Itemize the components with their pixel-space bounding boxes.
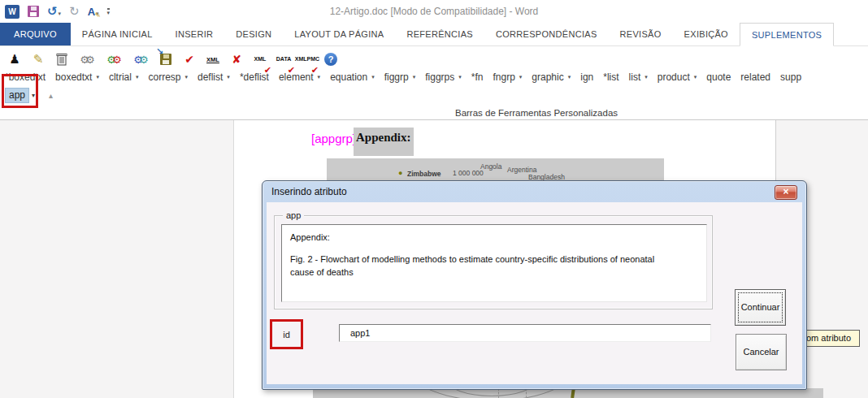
tab-referencias[interactable]: REFERÊNCIAS — [395, 23, 484, 45]
delete-x-icon[interactable]: ✘ — [228, 50, 245, 68]
element-figgrps[interactable]: figgrps▾ — [425, 71, 462, 83]
chevron-down-icon: ▾ — [227, 74, 230, 80]
figure-label: Zimbabwe — [407, 170, 441, 178]
tab-suplementos[interactable]: SUPLEMENTOS — [740, 23, 834, 46]
element-related[interactable]: related — [740, 71, 770, 83]
dialog-close-button[interactable]: × — [775, 185, 797, 200]
ribbon-tab-bar: ARQUIVO PÁGINA INICIAL INSERIR DESIGN LA… — [0, 23, 868, 46]
tab-correspondencias[interactable]: CORRESPONDÊNCIAS — [484, 23, 609, 45]
element-list[interactable]: list▾ — [629, 71, 648, 83]
tab-design[interactable]: DESIGN — [224, 23, 283, 45]
tab-exibicao[interactable]: EXIBIÇÃO — [673, 23, 740, 45]
chevron-down-icon: ▾ — [413, 74, 416, 80]
id-label: id — [283, 330, 290, 340]
app-group-box: app Appendix: Fig. 2 - Flowchart of mode… — [274, 215, 713, 309]
addin-icon-toolbar: ♟ ✎ ⚙⚙ ⚙⚙ ⚙⚙ ↘ ✔ XML ✘ XML✔ DATA✔ XMLPMC… — [7, 50, 339, 69]
element-product[interactable]: product▾ — [658, 71, 697, 83]
chevron-down-icon[interactable]: ▾ — [29, 92, 37, 99]
element-deflist[interactable]: deflist▾ — [197, 71, 230, 83]
appgrp-tag: [appgrp] — [311, 132, 356, 145]
chevron-down-icon: ▾ — [318, 74, 321, 80]
element-graphic[interactable]: graphic▾ — [532, 71, 571, 83]
xml-validate-icon[interactable]: XML✔ — [252, 50, 268, 68]
chevron-down-icon: ▾ — [694, 74, 697, 80]
element-cltrial[interactable]: cltrial▾ — [109, 71, 139, 83]
tab-revisao[interactable]: REVISÃO — [609, 23, 673, 45]
legend-bullet-icon: ● — [398, 169, 402, 177]
tab-layout-da-pagina[interactable]: LAYOUT DA PÁGINA — [283, 23, 395, 45]
trash-icon[interactable] — [54, 50, 70, 68]
figure-fragment: ● Zimbabwe 1 000 000 Angola Argentina Ba… — [327, 158, 664, 183]
element-supp[interactable]: supp — [780, 71, 801, 83]
attribute-content-textbox[interactable]: Appendix: Fig. 2 - Flowchart of modellin… — [281, 224, 707, 302]
window-titlebar: W ↺▾ ↻ A✎▾ ▾ 12-Artigo.doc [Modo de Comp… — [0, 0, 868, 23]
chevron-down-icon: ▾ — [519, 74, 523, 80]
content-line-2: Fig. 2 - Flowchart of modelling methods … — [290, 253, 680, 279]
pencil-icon[interactable]: ✎ — [30, 50, 46, 68]
ribbon-body: ♟ ✎ ⚙⚙ ⚙⚙ ⚙⚙ ↘ ✔ XML ✘ XML✔ DATA✔ XMLPMC… — [0, 46, 868, 120]
element-equation[interactable]: equation▾ — [330, 71, 375, 83]
continue-button[interactable]: Continuar — [735, 289, 786, 326]
collapse-arrow-icon[interactable]: ▴ — [49, 91, 53, 100]
gears-gray-icon[interactable]: ⚙⚙ — [77, 50, 93, 68]
element-deflist-star[interactable]: *deflist — [240, 71, 269, 83]
chevron-down-icon: ▾ — [458, 74, 462, 80]
tab-inserir[interactable]: INSERIR — [164, 23, 225, 45]
element-figgrp[interactable]: figgrp▾ — [384, 71, 416, 83]
app-element-chip[interactable]: app — [5, 88, 29, 103]
element-boxedtxt-star[interactable]: *boxedtxt — [5, 71, 46, 83]
element-fn-star[interactable]: *fn — [471, 71, 484, 83]
chevron-down-icon: ▾ — [184, 74, 188, 80]
element-quote[interactable]: quote — [706, 71, 731, 83]
content-line-1: Appendix: — [290, 232, 698, 242]
xml-icon[interactable]: XML — [205, 50, 221, 68]
tooltip: om atributo — [804, 330, 860, 347]
element-fngrp[interactable]: fngrp▾ — [493, 71, 522, 83]
custom-toolbars-caption: Barras de Ferramentas Personalizadas — [455, 108, 618, 118]
window-title: 12-Artigo.doc [Modo de Compatibilidade] … — [0, 6, 868, 17]
annotation-red-box-id: id — [270, 319, 303, 349]
validate-check-icon[interactable]: ✔ — [181, 50, 197, 68]
tab-arquivo[interactable]: ARQUIVO — [0, 23, 71, 45]
gears-colored-icon[interactable]: ⚙⚙ — [104, 50, 120, 68]
element-corresp[interactable]: corresp▾ — [148, 71, 188, 83]
chevron-down-icon: ▾ — [136, 74, 139, 80]
insert-attribute-dialog: Inserindo atributo × app Appendix: Fig. … — [262, 180, 807, 390]
id-input-field[interactable]: app1 — [339, 324, 711, 342]
chevron-down-icon: ▾ — [371, 74, 375, 80]
element-boxedtxt[interactable]: boxedtxt▾ — [55, 71, 99, 83]
chevron-down-icon: ▾ — [568, 74, 571, 80]
dialog-title: Inserindo atributo — [271, 186, 347, 197]
chevron-down-icon: ▾ — [644, 74, 648, 80]
chevron-down-icon: ▾ — [96, 74, 99, 80]
app-selector-row: app ▾ ▴ — [5, 88, 53, 103]
data-validate-icon[interactable]: DATA✔ — [276, 50, 292, 68]
help-icon[interactable]: ? — [323, 50, 339, 68]
tab-pagina-inicial[interactable]: PÁGINA INICIAL — [71, 23, 164, 45]
element-element[interactable]: element▾ — [279, 71, 320, 83]
addin-element-list: *boxedtxt boxedtxt▾ cltrial▾ corresp▾ de… — [5, 71, 866, 83]
person-icon[interactable]: ♟ — [7, 50, 23, 68]
appendix-heading: Appendix: — [356, 131, 411, 145]
cancel-button[interactable]: Cancelar — [736, 334, 787, 370]
element-ign[interactable]: ign — [580, 71, 593, 83]
dialog-client-area: app Appendix: Fig. 2 - Flowchart of mode… — [267, 202, 802, 384]
arrow-se-icon: ↘ — [156, 46, 163, 57]
group-box-label: app — [283, 210, 304, 220]
save-export-icon[interactable]: ↘ — [158, 50, 174, 68]
xml-pmc-validate-icon[interactable]: XMLPMC✔ — [299, 50, 315, 68]
figure-label: 1 000 000 — [453, 169, 484, 177]
figure-label: Angola — [480, 162, 501, 171]
gears-blue-icon[interactable]: ⚙⚙ — [131, 50, 147, 68]
element-list-star[interactable]: *list — [603, 71, 618, 83]
